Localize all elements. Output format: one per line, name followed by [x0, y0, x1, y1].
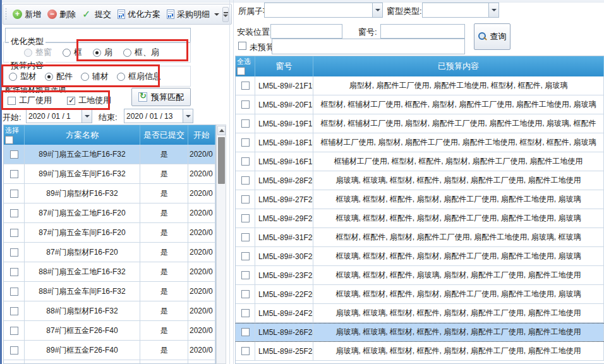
- row-checkbox[interactable]: [241, 328, 250, 336]
- row-checkbox[interactable]: [10, 307, 18, 315]
- submit-button[interactable]: 提交: [79, 7, 114, 22]
- window-table-row[interactable]: LM5L-89#-26F24扇玻璃, 框玻璃, 框型材, 框配件, 扇型材, 扇…: [236, 323, 604, 342]
- plan-table-row[interactable]: 87#门扇五金车间F16-F20是2020/0: [4, 223, 215, 243]
- radio-icon[interactable]: [45, 73, 53, 81]
- radio-icon[interactable]: [81, 73, 89, 81]
- window-table-row[interactable]: LM5L-89#-24F22扇玻璃, 框玻璃, 框型材, 框配件, 扇型材, 扇…: [236, 304, 604, 323]
- sub-item-dropdown-button[interactable]: [372, 3, 382, 17]
- plan-table-row[interactable]: 89#门框五金F26-F40是2020/0: [4, 341, 215, 360]
- window-table-row[interactable]: LM5L-89#-21F19扇型材, 扇配件工厂使用, 扇配件工地使用, 框型材…: [236, 76, 604, 95]
- toolbar-grip[interactable]: [6, 8, 6, 21]
- window-type-dropdown-button[interactable]: [488, 3, 498, 17]
- checkbox-option-工地使用[interactable]: 工地使用: [67, 95, 111, 106]
- row-checkbox[interactable]: [241, 176, 250, 185]
- row-checkbox[interactable]: [241, 214, 250, 222]
- optimize-plan-button[interactable]: 优化方案: [114, 7, 164, 22]
- sub-item-combobox[interactable]: [264, 3, 383, 18]
- window-table-row[interactable]: LM5L-89#-31F29框型材, 框配件, 扇型材, 扇配件工厂使用, 扇配…: [236, 228, 604, 247]
- row-checkbox[interactable]: [241, 309, 250, 317]
- plan-table-row[interactable]: 87#门扇型材F16-F20是2020/0: [4, 243, 215, 262]
- row-checkbox[interactable]: [241, 100, 250, 109]
- radio-icon[interactable]: [9, 73, 17, 81]
- row-checkbox[interactable]: [241, 138, 250, 147]
- checkbox-icon[interactable]: [67, 97, 75, 105]
- plan-table-row[interactable]: 88#门扇五金工地F16-F32是2020/0: [4, 262, 215, 282]
- window-table-row[interactable]: LM5L-89#-18F16框辅材工厂使用, 扇型材, 扇配件工厂使用, 扇配件…: [236, 133, 604, 152]
- radio-option-框、扇[interactable]: 框、扇: [123, 47, 159, 58]
- radio-icon[interactable]: [24, 49, 32, 57]
- radio-icon[interactable]: [123, 49, 131, 57]
- window-table-row[interactable]: LM5L-89#-29F27框玻璃, 框型材, 框配件, 扇型材, 扇配件工厂使…: [236, 209, 604, 228]
- row-checkbox[interactable]: [241, 119, 250, 128]
- row-checkbox[interactable]: [241, 252, 250, 260]
- row-checkbox[interactable]: [10, 248, 18, 257]
- window-table-row[interactable]: LM5L-89#-16F15框辅材工厂使用, 框型材, 框配件, 扇型材, 扇配…: [236, 152, 604, 171]
- row-checkbox[interactable]: [10, 150, 18, 159]
- row-checkbox[interactable]: [241, 271, 250, 279]
- end-date-dropdown-button[interactable]: [183, 109, 193, 123]
- row-checkbox[interactable]: [241, 157, 250, 166]
- toolbar-overflow-button[interactable]: [222, 7, 229, 22]
- row-checkbox[interactable]: [241, 347, 250, 355]
- row-checkbox[interactable]: [10, 209, 18, 217]
- row-checkbox[interactable]: [10, 170, 18, 178]
- unbudgeted-checkbox[interactable]: [238, 42, 246, 50]
- plan-table-row[interactable]: 88#门框五金F21-F40是2020/0: [4, 360, 215, 364]
- radio-option-辅材[interactable]: 辅材: [81, 71, 109, 82]
- radio-icon[interactable]: [117, 73, 125, 81]
- row-checkbox[interactable]: [10, 346, 18, 355]
- window-table-row[interactable]: LM5L-89#-22F20框玻璃, 框型材, 框配件, 扇型材, 扇配件工厂使…: [236, 285, 604, 304]
- window-table-row[interactable]: LM5L-89#-20F18框型材, 框辅材工厂使用, 框配件, 扇型材, 扇配…: [236, 95, 604, 114]
- radio-option-框扇信息[interactable]: 框扇信息: [117, 71, 161, 82]
- plan-table-row[interactable]: 88#门扇型材F16-F32是2020/0: [4, 301, 215, 321]
- start-date-dropdown-button[interactable]: [82, 109, 92, 123]
- radio-option-扇[interactable]: 扇: [93, 47, 112, 58]
- row-checkbox[interactable]: [241, 195, 250, 203]
- row-checkbox[interactable]: [241, 233, 250, 241]
- row-checkbox[interactable]: [10, 268, 18, 276]
- add-button[interactable]: 新增: [9, 7, 44, 22]
- delete-button[interactable]: 删除: [44, 7, 79, 22]
- window-table-row[interactable]: LM5L-89#-23F21框玻璃, 框型材, 框配件, 扇玻璃, 扇型材, 扇…: [236, 266, 604, 285]
- plan-table-row[interactable]: 89#门扇型材F16-F32是2020/0: [4, 184, 215, 203]
- panel-splitter[interactable]: [233, 0, 234, 364]
- end-date-picker[interactable]: 2020 / 01 / 13: [124, 109, 193, 123]
- row-checkbox[interactable]: [10, 288, 18, 296]
- row-checkbox[interactable]: [241, 82, 250, 90]
- window-table-row[interactable]: LM5L-89#-28F26扇玻璃, 框玻璃, 框型材, 框配件, 扇型材, 扇…: [236, 171, 604, 190]
- window-table-row[interactable]: LM5L-89#-19F17框型材, 框辅材工厂使用, 扇型材, 扇配件工厂使用…: [236, 114, 604, 133]
- unbudgeted-input[interactable]: [272, 39, 465, 54]
- plan-table-scrollbar[interactable]: [216, 124, 226, 364]
- radio-option-框[interactable]: 框: [63, 47, 82, 58]
- window-table-row[interactable]: LM5L-89#-30F28框玻璃, 框型材, 框配件, 扇型材, 扇配件工厂使…: [236, 247, 604, 266]
- start-date-picker[interactable]: 2020 / 01 / 1: [26, 109, 92, 123]
- radio-icon[interactable]: [63, 49, 71, 57]
- radio-icon[interactable]: [93, 49, 101, 57]
- budget-match-button[interactable]: 预算匹配: [131, 88, 191, 106]
- window-table-row[interactable]: LM5L-89#-27F25框玻璃, 框型材, 框配件, 扇型材, 扇配件工厂使…: [236, 190, 604, 209]
- select-all-checkbox[interactable]: [5, 136, 13, 144]
- plan-table-row[interactable]: 87#门扇五金工地F16-F20是2020/0: [4, 203, 215, 223]
- row-checkbox[interactable]: [241, 290, 250, 298]
- radio-option-型材[interactable]: 型材: [9, 71, 37, 82]
- scroll-up-button[interactable]: [217, 126, 226, 135]
- window-no-input[interactable]: [380, 24, 465, 39]
- window-table-row[interactable]: LM5L-89#-25F23扇玻璃, 框玻璃, 框型材, 框配件, 扇型材, 扇…: [236, 342, 604, 361]
- row-checkbox[interactable]: [10, 229, 18, 237]
- plan-table-row[interactable]: 89#门扇五金工地F16-F32是2020/0: [4, 145, 215, 164]
- panel-splitter[interactable]: [229, 0, 230, 364]
- plan-table-row[interactable]: 87#门框五金F26-F40是2020/0: [4, 321, 215, 341]
- scrollbar-thumb[interactable]: [218, 137, 225, 184]
- install-position-input[interactable]: [270, 24, 342, 39]
- checkbox-icon[interactable]: [8, 97, 16, 105]
- checkbox-option-工厂使用[interactable]: 工厂使用: [8, 95, 52, 106]
- window-type-combobox[interactable]: [422, 3, 499, 18]
- row-checkbox[interactable]: [10, 190, 18, 198]
- radio-option-整窗[interactable]: 整窗: [24, 47, 52, 58]
- plan-table-row[interactable]: 88#门扇五金车间F16-F32是2020/0: [4, 282, 215, 301]
- plan-table-row[interactable]: 89#门扇五金车间F16-F32是2020/0: [4, 164, 215, 184]
- query-button[interactable]: 查询: [474, 23, 510, 50]
- row-checkbox[interactable]: [10, 327, 18, 335]
- radio-option-配件[interactable]: 配件: [45, 71, 73, 82]
- select-all-checkbox[interactable]: [237, 67, 245, 75]
